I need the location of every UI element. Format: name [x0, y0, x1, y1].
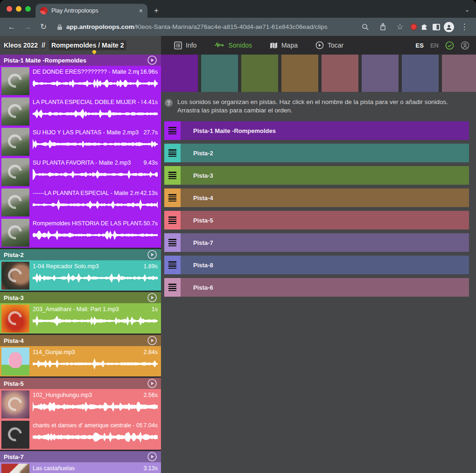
- play-track-button[interactable]: [147, 378, 157, 389]
- pista-bar[interactable]: Pista-3: [181, 166, 469, 185]
- clip-thumbnail[interactable]: [1, 464, 29, 473]
- play-track-button[interactable]: [147, 292, 157, 303]
- back-button[interactable]: ←: [5, 20, 19, 34]
- track-section-header[interactable]: Pista-3: [0, 292, 161, 303]
- share-icon[interactable]: [376, 20, 390, 34]
- drag-handle[interactable]: [164, 121, 181, 140]
- pista-row[interactable]: Pista-2: [164, 144, 469, 162]
- color-swatch[interactable]: [281, 55, 318, 92]
- clip-thumbnail[interactable]: [1, 128, 29, 156]
- play-track-button[interactable]: [147, 250, 157, 260]
- color-swatch[interactable]: [322, 55, 358, 92]
- new-tab-button[interactable]: +: [154, 7, 159, 14]
- zoom-page-icon[interactable]: [358, 20, 372, 34]
- lang-es-button[interactable]: ES: [416, 42, 424, 49]
- pista-row[interactable]: Pista-7: [164, 233, 469, 252]
- play-track-button[interactable]: [147, 55, 157, 65]
- audio-clip[interactable]: LA PLANTA ESPECIAL DOBLE MUJER - Mai... …: [0, 96, 161, 126]
- audio-clip[interactable]: Rompemoldes HISTORIA DE LAS PLANTAS... 5…: [0, 217, 161, 248]
- pista-bar[interactable]: Pista-4: [181, 188, 469, 207]
- pista-row[interactable]: Pista-4: [164, 188, 469, 207]
- color-swatch[interactable]: [241, 55, 278, 92]
- play-track-button[interactable]: [147, 335, 157, 346]
- audio-clip[interactable]: chants et danses d' amerique centrale - …: [0, 419, 161, 450]
- pista-row[interactable]: Pista-6: [164, 278, 469, 297]
- recording-indicator-icon[interactable]: [410, 23, 417, 30]
- drag-handle[interactable]: [164, 278, 181, 297]
- help-question-icon[interactable]: ?: [165, 99, 173, 107]
- browser-menu-kebab-icon[interactable]: ⋮: [457, 20, 471, 34]
- side-panel-icon[interactable]: [432, 23, 441, 31]
- pista-row[interactable]: Pista-1 Maite -Rompemoldes: [164, 121, 469, 140]
- drag-handle[interactable]: [164, 256, 181, 274]
- breadcrumb-trail[interactable]: Rompemoldes / Maite 2: [49, 40, 126, 50]
- account-icon[interactable]: [461, 41, 469, 50]
- forward-button[interactable]: →: [21, 20, 35, 34]
- tab-mapa[interactable]: Mapa: [263, 36, 304, 55]
- tab-close-icon[interactable]: ×: [139, 7, 143, 14]
- tracks-sidebar: Pista-1 Maite -Rompemoldes DE DONDE ERES…: [0, 55, 161, 473]
- pista-bar[interactable]: Pista-8: [181, 256, 469, 274]
- clip-thumbnail[interactable]: [1, 97, 29, 125]
- pista-bar[interactable]: Pista-6: [181, 278, 469, 297]
- clip-thumbnail[interactable]: [1, 262, 29, 290]
- audio-clip[interactable]: DE DONDE ERES???????? - Maite 2.mp3 16.9…: [0, 66, 161, 96]
- clip-thumbnail[interactable]: [1, 188, 29, 216]
- breadcrumb-project[interactable]: Kleos 2022: [4, 42, 38, 49]
- address-bar[interactable]: app.antropoloops.com/Kleos-Santa-Marina/…: [52, 20, 357, 34]
- lang-en-button[interactable]: EN: [430, 42, 439, 49]
- pista-row-label: Pista-5: [193, 217, 213, 224]
- audio-clip[interactable]: Las castañuelas 3.13s: [0, 462, 161, 473]
- audio-clip[interactable]: 203_Amalihani - Mali: Part 1.mp3 1s: [0, 303, 161, 334]
- audio-clip[interactable]: 102_Hunguhungu.mp3 2.56s: [0, 389, 161, 419]
- track-section-header[interactable]: Pista-7: [0, 451, 161, 462]
- track-section-header[interactable]: Pista-5: [0, 378, 161, 389]
- drag-handle[interactable]: [164, 233, 181, 252]
- pista-row[interactable]: Pista-8: [164, 256, 469, 274]
- clip-thumbnail[interactable]: [1, 390, 29, 418]
- tab-info[interactable]: Info: [168, 36, 203, 55]
- drag-handle[interactable]: [164, 166, 181, 185]
- zoom-window-button[interactable]: [25, 6, 31, 12]
- pista-row[interactable]: Pista-5: [164, 211, 469, 230]
- color-swatch[interactable]: [362, 55, 399, 92]
- reload-button[interactable]: ↻: [36, 20, 50, 34]
- tab-sonidos[interactable]: Sonidos: [208, 36, 259, 55]
- drag-handle[interactable]: [164, 144, 181, 162]
- close-window-button[interactable]: [7, 6, 12, 12]
- browser-tab[interactable]: Play Antropoloops ×: [35, 4, 147, 18]
- clip-thumbnail[interactable]: [1, 305, 29, 333]
- tab-tocar[interactable]: Tocar: [309, 36, 350, 55]
- pista-bar[interactable]: Pista-1 Maite -Rompemoldes: [181, 121, 469, 140]
- audio-clip[interactable]: ------LA PLANNTA ESPECIAL - Maite 2.mp3 …: [0, 187, 161, 217]
- tab-search-chevron-icon[interactable]: ⌄: [465, 7, 469, 13]
- play-track-button[interactable]: [147, 452, 157, 462]
- pista-bar[interactable]: Pista-7: [181, 233, 469, 252]
- track-section-header[interactable]: Pista-1 Maite -Rompemoldes: [0, 55, 161, 66]
- clip-thumbnail[interactable]: [1, 219, 29, 247]
- color-swatch[interactable]: [161, 55, 198, 92]
- drag-handle[interactable]: [164, 188, 181, 207]
- pista-row[interactable]: Pista-3: [164, 166, 469, 185]
- audio-clip[interactable]: SU HIJO Y LAS PLANTAS - Maite 2.mp3 27.7…: [0, 126, 161, 157]
- map-thumbnail-header[interactable]: Kleos 2022 // Rompemoldes / Maite 2: [0, 36, 161, 55]
- track-section-header[interactable]: Pista-2: [0, 249, 161, 260]
- color-swatch[interactable]: [442, 55, 476, 92]
- clip-thumbnail[interactable]: [1, 158, 29, 186]
- bookmark-star-icon[interactable]: ☆: [393, 20, 407, 34]
- extensions-puzzle-icon[interactable]: [420, 23, 429, 31]
- drag-handle[interactable]: [164, 211, 181, 230]
- clip-thumbnail[interactable]: [1, 67, 29, 95]
- profile-avatar[interactable]: [444, 22, 454, 32]
- audio-clip[interactable]: SU PLANTA FAVORITA - Maite 2.mp3 9.43s: [0, 157, 161, 187]
- clip-thumbnail[interactable]: [1, 348, 29, 376]
- audio-clip[interactable]: 114_Gunjai.mp3 2.84s: [0, 346, 161, 376]
- color-swatch[interactable]: [201, 55, 238, 92]
- clip-thumbnail[interactable]: [1, 421, 29, 449]
- minimize-window-button[interactable]: [16, 6, 21, 12]
- pista-bar[interactable]: Pista-5: [181, 211, 469, 230]
- track-section-header[interactable]: Pista-4: [0, 335, 161, 346]
- audio-clip[interactable]: 1-04 Repicador Solo.mp3 1.89s: [0, 260, 161, 291]
- pista-bar[interactable]: Pista-2: [181, 144, 469, 162]
- color-swatch[interactable]: [402, 55, 439, 92]
